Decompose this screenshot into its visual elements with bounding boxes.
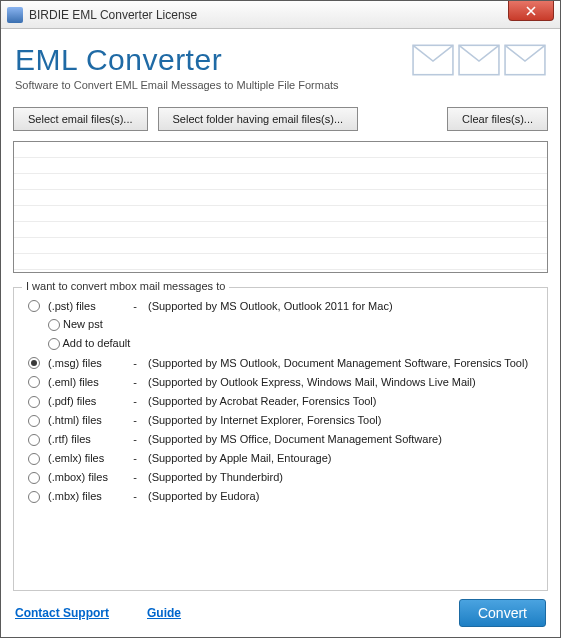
content-area: EML Converter Software to Convert EML Em…	[1, 29, 560, 637]
sub-option: Add to default	[44, 334, 537, 353]
option-dash: -	[126, 430, 144, 449]
group-title: I want to convert mbox mail messages to	[22, 280, 229, 292]
radio-html[interactable]	[28, 415, 40, 427]
radio-rtf[interactable]	[28, 434, 40, 446]
format-group: I want to convert mbox mail messages to …	[13, 287, 548, 591]
window-title: BIRDIE EML Converter License	[29, 8, 560, 22]
option-row-html: (.html) files-(Supported by Internet Exp…	[24, 411, 537, 430]
convert-button[interactable]: Convert	[459, 599, 546, 627]
sub-option-label: New pst	[63, 318, 103, 330]
list-row	[14, 238, 547, 254]
envelope-icon	[504, 43, 546, 77]
option-label: (.emlx) files	[44, 449, 126, 468]
option-desc: (Supported by Outlook Express, Windows M…	[144, 372, 537, 391]
contact-support-link[interactable]: Contact Support	[15, 606, 109, 620]
close-icon	[526, 6, 536, 16]
radio-pdf[interactable]	[28, 396, 40, 408]
header: EML Converter Software to Convert EML Em…	[15, 43, 546, 91]
envelope-icon	[412, 43, 454, 77]
option-row-mbox: (.mbox) files-(Supported by Thunderbird)	[24, 468, 537, 487]
envelope-icon	[458, 43, 500, 77]
list-row	[14, 222, 547, 238]
option-label: (.pdf) files	[44, 391, 126, 410]
close-button[interactable]	[508, 1, 554, 21]
radio-emlx[interactable]	[28, 453, 40, 465]
select-folder-button[interactable]: Select folder having email files(s)...	[158, 107, 359, 131]
option-dash: -	[126, 468, 144, 487]
radio-mbx[interactable]	[28, 491, 40, 503]
option-dash: -	[126, 411, 144, 430]
sub-option: New pst	[44, 315, 537, 334]
radio-mbox[interactable]	[28, 472, 40, 484]
option-row-pdf: (.pdf) files-(Supported by Acrobat Reade…	[24, 391, 537, 410]
option-desc: (Supported by Thunderbird)	[144, 468, 537, 487]
list-row	[14, 206, 547, 222]
radio-msg[interactable]	[28, 357, 40, 369]
select-files-button[interactable]: Select email files(s)...	[13, 107, 148, 131]
clear-files-button[interactable]: Clear files(s)...	[447, 107, 548, 131]
app-icon	[7, 7, 23, 23]
radio-pst[interactable]	[28, 300, 40, 312]
option-subrow-newpst: New pst	[24, 315, 537, 334]
list-row	[14, 158, 547, 174]
option-dash: -	[126, 353, 144, 372]
footer: Contact Support Guide Convert	[13, 591, 548, 629]
envelope-graphic	[412, 43, 546, 77]
option-desc: (Supported by Apple Mail, Entourage)	[144, 449, 537, 468]
list-row	[14, 190, 547, 206]
list-row	[14, 174, 547, 190]
option-dash: -	[126, 391, 144, 410]
option-label: (.eml) files	[44, 372, 126, 391]
app-window: BIRDIE EML Converter License EML Convert…	[0, 0, 561, 638]
toolbar: Select email files(s)... Select folder h…	[13, 107, 548, 131]
option-label: (.rtf) files	[44, 430, 126, 449]
option-row-emlx: (.emlx) files-(Supported by Apple Mail, …	[24, 449, 537, 468]
option-label: (.mbox) files	[44, 468, 126, 487]
list-row	[14, 254, 547, 270]
titlebar[interactable]: BIRDIE EML Converter License	[1, 1, 560, 29]
option-row-mbx: (.mbx) files-(Supported by Eudora)	[24, 487, 537, 506]
file-list[interactable]	[13, 141, 548, 273]
option-row-rtf: (.rtf) files-(Supported by MS Office, Do…	[24, 430, 537, 449]
guide-link[interactable]: Guide	[147, 606, 181, 620]
option-dash: -	[126, 487, 144, 506]
app-subtitle: Software to Convert EML Email Messages t…	[15, 79, 546, 91]
option-dash: -	[126, 449, 144, 468]
option-label: (.mbx) files	[44, 487, 126, 506]
option-label: (.html) files	[44, 411, 126, 430]
toolbar-spacer	[368, 107, 437, 131]
option-desc: (Supported by MS Office, Document Manage…	[144, 430, 537, 449]
list-row	[14, 142, 547, 158]
option-label: (.pst) files	[44, 296, 126, 315]
option-desc: (Supported by Internet Explorer, Forensi…	[144, 411, 537, 430]
option-desc: (Supported by MS Outlook, Outlook 2011 f…	[144, 296, 537, 315]
option-row-pst: (.pst) files-(Supported by MS Outlook, O…	[24, 296, 537, 315]
option-row-msg: (.msg) files-(Supported by MS Outlook, D…	[24, 353, 537, 372]
option-subrow-addpst: Add to default	[24, 334, 537, 353]
option-dash: -	[126, 372, 144, 391]
option-desc: (Supported by Acrobat Reader, Forensics …	[144, 391, 537, 410]
radio-newpst[interactable]	[48, 319, 60, 331]
option-dash: -	[126, 296, 144, 315]
radio-eml[interactable]	[28, 376, 40, 388]
option-desc: (Supported by Eudora)	[144, 487, 537, 506]
sub-option-label: Add to default	[62, 337, 130, 349]
options-table: (.pst) files-(Supported by MS Outlook, O…	[24, 296, 537, 506]
option-row-eml: (.eml) files-(Supported by Outlook Expre…	[24, 372, 537, 391]
radio-addpst[interactable]	[48, 338, 60, 350]
option-label: (.msg) files	[44, 353, 126, 372]
option-desc: (Supported by MS Outlook, Document Manag…	[144, 353, 537, 372]
